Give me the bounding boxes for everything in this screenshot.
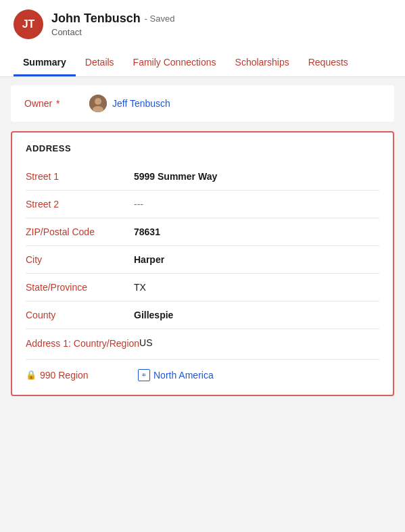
field-value-country: US: [139, 337, 152, 348]
tab-summary[interactable]: Summary: [14, 50, 76, 76]
tab-family-connections[interactable]: Family Connections: [124, 50, 226, 76]
owner-name: Jeff Tenbusch: [112, 98, 170, 109]
main-content: Owner * Jeff Tenbusch ADDRESS Street 1: [0, 77, 405, 404]
address-row-zip: ZIP/Postal Code 78631: [26, 218, 379, 245]
address-section-title: ADDRESS: [26, 143, 379, 153]
tabs-nav: Summary Details Family Connections Schol…: [14, 50, 391, 76]
contact-name-row: John Tenbusch - Saved: [51, 11, 174, 26]
field-label-zip: ZIP/Postal Code: [26, 226, 134, 237]
field-value-street2: ---: [134, 199, 143, 210]
tab-scholarships[interactable]: Scholarships: [226, 50, 299, 76]
owner-value[interactable]: Jeff Tenbusch: [89, 95, 170, 112]
header: JT John Tenbusch - Saved Contact Summary…: [0, 0, 405, 77]
owner-label: Owner *: [24, 98, 78, 109]
field-value-city: Harper: [134, 254, 164, 265]
field-label-street1: Street 1: [26, 171, 134, 182]
contact-name: John Tenbusch: [51, 11, 141, 26]
region-label: 🔒 990 Region: [26, 370, 134, 381]
field-label-country: Address 1: Country/Region: [26, 337, 139, 351]
field-value-street1: 5999 Summer Way: [134, 171, 217, 182]
contact-name-block: John Tenbusch - Saved Contact: [51, 11, 174, 37]
address-row-street2: Street 2 ---: [26, 191, 379, 218]
contact-info: JT John Tenbusch - Saved Contact: [14, 9, 391, 46]
region-value[interactable]: ⧧ North America: [138, 369, 214, 381]
field-label-city: City: [26, 254, 134, 265]
avatar: JT: [14, 9, 43, 39]
address-row-country: Address 1: Country/Region US: [26, 329, 379, 359]
address-row-state: State/Province TX: [26, 274, 379, 301]
saved-badge: - Saved: [145, 14, 175, 24]
region-row: 🔒 990 Region ⧧ North America: [26, 360, 379, 384]
address-card: ADDRESS Street 1 5999 Summer Way Street …: [11, 131, 394, 396]
address-row-street1: Street 1 5999 Summer Way: [26, 163, 379, 190]
field-value-county: Gillespie: [134, 310, 173, 320]
address-row-city: City Harper: [26, 246, 379, 273]
owner-card: Owner * Jeff Tenbusch: [11, 85, 394, 122]
owner-avatar: [89, 95, 107, 112]
tab-details[interactable]: Details: [76, 50, 124, 76]
field-value-zip: 78631: [134, 226, 160, 237]
lock-icon: 🔒: [26, 370, 37, 380]
required-star: *: [53, 98, 59, 109]
region-value-text: North America: [153, 370, 214, 381]
field-value-state: TX: [134, 282, 146, 293]
field-label-county: County: [26, 310, 134, 320]
contact-type: Contact: [51, 27, 174, 37]
field-label-state: State/Province: [26, 282, 134, 293]
page-container: JT John Tenbusch - Saved Contact Summary…: [0, 0, 405, 404]
address-row-county: County Gillespie: [26, 301, 379, 329]
tab-requests[interactable]: Requests: [299, 50, 358, 76]
globe-icon: ⧧: [138, 369, 150, 381]
svg-point-1: [95, 98, 101, 105]
field-label-street2: Street 2: [26, 199, 134, 210]
